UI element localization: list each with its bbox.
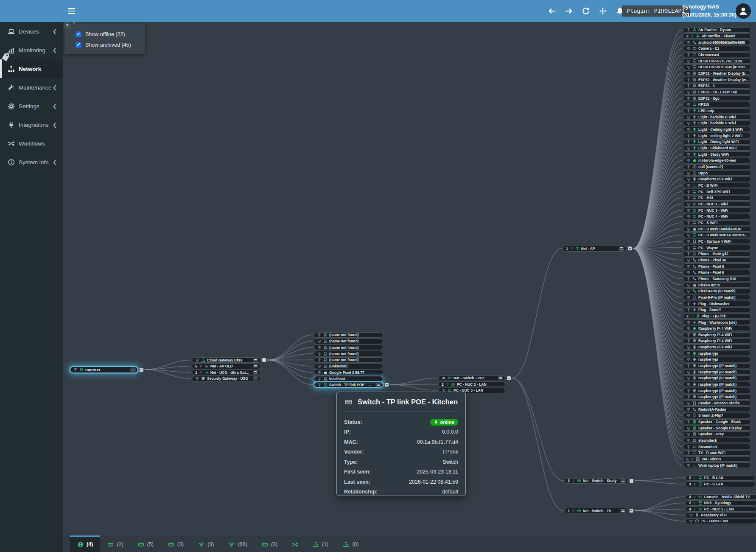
node-menu-button[interactable] bbox=[253, 364, 258, 368]
node-collapse-toggle[interactable]: − bbox=[140, 368, 143, 372]
network-node-phone-pixel-6[interactable]: Phone - Pixel 6 bbox=[683, 270, 751, 275]
subnet-tab-3[interactable]: (3) bbox=[161, 535, 191, 552]
network-node-desktop-h71l7ge-1e99[interactable]: DESKTOP-H71L7GE 1E99 bbox=[683, 59, 751, 64]
network-node-tv-frame-wifi[interactable]: TV - Frame WiFi bbox=[683, 450, 751, 456]
network-node-raspberry-pi-4-wifi[interactable]: Raspberry Pi 4 WiFi bbox=[683, 326, 751, 331]
node-collapse-toggle[interactable]: − bbox=[628, 247, 632, 250]
network-node-phone-samsung-s10[interactable]: Phone - Samsung S10 bbox=[683, 276, 751, 282]
network-node-raspberry-pi-b[interactable]: Raspberry Pi B bbox=[686, 513, 756, 518]
network-node-kp115[interactable]: KP115 bbox=[683, 102, 751, 107]
network-node-pc-msi[interactable]: PC - MSI bbox=[683, 195, 751, 201]
network-node-pc-dell-xps-wifi[interactable]: PC - Dell XPS WiFi bbox=[683, 189, 751, 194]
subnet-tab-9[interactable]: (8) bbox=[336, 535, 366, 552]
network-node-light-ceiling-light-1-wifi[interactable]: Light - Ceiling-light-1 WiFi bbox=[683, 127, 751, 132]
node-collapse-toggle[interactable]: − bbox=[262, 358, 266, 362]
network-node-pc-s-wifi[interactable]: PC - S WiFi bbox=[683, 220, 751, 226]
network-node-light-bedside-b-wifi[interactable]: Light - bedside B WiFi bbox=[683, 114, 751, 120]
network-node-pc-nuc-1-lan[interactable]: 4PC - NUC 1 - LAN bbox=[686, 506, 756, 512]
network-node-reader-amazon-kindle[interactable]: Reader - Amazon Kindle bbox=[683, 401, 751, 406]
network-node-raspberrypi-ip-match[interactable]: raspberrypi (IP match) bbox=[683, 363, 751, 369]
network-node-plug-sonoff[interactable]: Plug - Sonoff bbox=[683, 307, 751, 313]
network-node-phone-pixel-3a[interactable]: Phone - Pixel 3a bbox=[683, 258, 751, 263]
network-node-raspberrypi-ip-match[interactable]: raspberrypi (IP match) bbox=[683, 394, 751, 400]
network-node-light-bedside-s-wifi[interactable]: Light - bedside S WiFi bbox=[683, 120, 751, 126]
network-node-esp32-1[interactable]: ESP32 - 1 bbox=[683, 83, 751, 89]
network-node-net-switch-tv[interactable]: 1Net - Switch - TV− bbox=[564, 508, 628, 513]
network-node-desktop-iv7e55m-ip-match[interactable]: DESKTOP-IV7E55M (IP match) bbox=[683, 64, 751, 70]
network-node-raspberry-pi-4-wifi[interactable]: Raspberry Pi 4 WiFi bbox=[683, 332, 751, 338]
network-node-light-ceiling-light-2-wifi[interactable]: Light - ceiling-light-2 WiFi bbox=[683, 133, 751, 138]
subnet-tab-7[interactable] bbox=[285, 535, 305, 552]
network-node-air-purifier-xiaomi[interactable]: 2Air Purifier - Xiaomi bbox=[683, 34, 751, 39]
network-node-plug-tp-link[interactable]: 2Plug - Tp-Link bbox=[683, 314, 751, 319]
network-node-raspberry-pi-4-wifi[interactable]: Raspberry Pi 4 WiFi bbox=[683, 345, 751, 350]
network-node-switch-tp-link-poe-kitchen[interactable]: Switch - TP link POE - Kitchen− bbox=[314, 382, 383, 387]
network-node-pixel-9-pro-ip-match[interactable]: Pixel-9-Pro (IP match) bbox=[683, 295, 751, 300]
checkbox-checked[interactable]: ✓ bbox=[76, 42, 81, 48]
node-menu-button[interactable] bbox=[620, 509, 626, 513]
network-node-camera-e1[interactable]: Camera - E1 bbox=[683, 46, 751, 51]
help-icon[interactable]: ? bbox=[64, 22, 71, 29]
network-node-google-pixel-3-66-77[interactable]: Google Pixel 3 66:77 bbox=[314, 370, 383, 375]
subnet-tab-0[interactable]: (4) bbox=[70, 535, 100, 552]
sidebar-item-system-info[interactable]: System info❮ bbox=[0, 153, 63, 171]
network-node-pixel-6-82-72[interactable]: Pixel-6 82:72 bbox=[683, 282, 751, 288]
network-node-redmi5a-redmi[interactable]: Redmi5A-Redmi bbox=[683, 406, 751, 412]
node-menu-button[interactable] bbox=[375, 383, 381, 387]
sidebar-item-network[interactable]: Network bbox=[0, 59, 63, 78]
node-menu-button[interactable] bbox=[619, 247, 624, 251]
network-node-name-not-found[interactable]: (name not found) bbox=[314, 357, 383, 363]
sidebar-toggle-button[interactable] bbox=[68, 6, 79, 16]
network-node-phone-moto-g82[interactable]: Phone - Moto g82 bbox=[683, 251, 751, 257]
network-node-name-not-found[interactable]: (name not found) bbox=[314, 351, 383, 356]
network-node-null-camera[interactable]: null (camera?) bbox=[683, 164, 751, 170]
network-node-net-switch-study[interactable]: 3Net - Switch - Study− bbox=[564, 478, 628, 484]
network-node-net-ucg-ultra-gateway[interactable]: 1Net - UCG - Ultra Gateway bbox=[192, 370, 260, 375]
network-node-speaker-google-black[interactable]: Speaker - Google - Black bbox=[683, 419, 751, 425]
filter-row[interactable]: ✓Show offline (22) bbox=[76, 29, 141, 39]
network-node-pc-b-lan[interactable]: 2PC - B LAN bbox=[686, 475, 755, 481]
network-node-raspberrypi-ip-match[interactable]: raspberrypi (IP match) bbox=[683, 375, 751, 381]
subnet-tab-6[interactable]: (3) bbox=[255, 535, 285, 552]
network-node-air-purifier-dyson[interactable]: Air Purifier - Dyson bbox=[683, 27, 751, 33]
network-node-pc-b-wifi[interactable]: PC - B WiFi bbox=[683, 183, 751, 188]
network-node-motorola-edge-50-neo[interactable]: motorola-edge-50-neo bbox=[683, 158, 751, 163]
network-node-pc-nuc-1-wifi[interactable]: PC - NUC 1 - WiFi bbox=[683, 202, 751, 207]
network-node-raspberrypi[interactable]: raspberrypi bbox=[683, 357, 751, 362]
refresh-button[interactable] bbox=[582, 7, 590, 15]
network-node-s-mum-z-flip7[interactable]: S mum Z-Flip7 bbox=[683, 413, 751, 418]
network-node-esp32-ttgo[interactable]: ESP32 - ttgo bbox=[683, 95, 751, 101]
network-node-pc-wayne[interactable]: PC - Wayne bbox=[683, 245, 751, 250]
node-collapse-toggle[interactable]: − bbox=[507, 376, 511, 380]
back-button[interactable] bbox=[548, 7, 556, 15]
sidebar-item-devices[interactable]: Devices❮ bbox=[0, 22, 63, 41]
network-node-oppo[interactable]: Oppo bbox=[683, 170, 751, 176]
forward-button[interactable] bbox=[565, 7, 573, 15]
node-collapse-toggle[interactable]: − bbox=[630, 509, 633, 513]
network-node-speaker-grey[interactable]: Speaker - Grey bbox=[683, 432, 751, 437]
subnet-tab-5[interactable]: (68) bbox=[221, 535, 254, 552]
network-node-steamdeck[interactable]: Steamdeck bbox=[683, 444, 751, 449]
sidebar-item-integrations[interactable]: Integrations❮ bbox=[0, 115, 63, 134]
network-node-cloud-gateway-ultra[interactable]: Cloud Gateway Ultra− bbox=[192, 357, 260, 363]
network-node-light-sideboard-wifi[interactable]: Light - Sideboard WiFi bbox=[683, 146, 751, 151]
network-node-net-ap-old[interactable]: 5Net - AP OLD bbox=[192, 364, 260, 369]
network-node-esp32-weather-display-bl[interactable]: ESP32 - Weather Display (bl... bbox=[683, 71, 751, 76]
subnet-tab-8[interactable]: (1) bbox=[305, 535, 336, 552]
network-node-speaker-google-display[interactable]: Speaker - Google Display bbox=[683, 425, 751, 431]
network-node-net-ap[interactable]: 1Net - AP− bbox=[563, 246, 626, 252]
network-node-led-strip[interactable]: LED strip bbox=[683, 108, 751, 114]
network-node-pc-s-work-mmd-67082015[interactable]: PC - S work MMD-67082015... bbox=[683, 233, 751, 238]
network-node-esp32-weather-display-w[interactable]: ESP32 - Weather Display (w... bbox=[683, 77, 751, 82]
network-node-tv-frame-lan[interactable]: TV - Frame LAN bbox=[686, 518, 756, 524]
network-node-light-study-wifi[interactable]: Light - Study WiFi bbox=[683, 151, 751, 157]
network-node-nas-synology[interactable]: 2NAS - Synology bbox=[686, 500, 756, 506]
network-node-pc-nuc-2-lan[interactable]: 2PC - NUC 2 - LAN bbox=[438, 381, 505, 387]
node-collapse-toggle[interactable]: − bbox=[630, 479, 633, 483]
network-node-raspberrypi-ip-match[interactable]: raspberrypi (IP match) bbox=[683, 388, 751, 393]
subnet-tab-2[interactable]: (5) bbox=[131, 535, 161, 552]
network-node-plug-dishwasher[interactable]: Plug - Dishwasher bbox=[683, 301, 751, 306]
network-node-pc-nuc-3-wifi[interactable]: PC - NUC 3 - WiFi bbox=[683, 207, 751, 213]
network-node-localhost[interactable]: localhost bbox=[314, 376, 383, 381]
checkbox-checked[interactable]: ✓ bbox=[76, 31, 81, 37]
